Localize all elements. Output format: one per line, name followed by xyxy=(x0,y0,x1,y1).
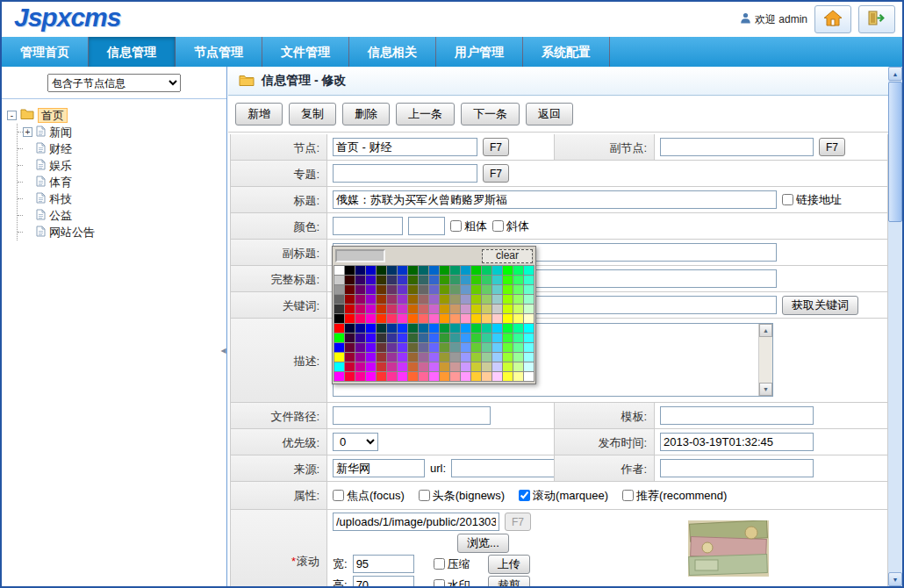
color-swatch[interactable] xyxy=(492,285,502,294)
color-swatch[interactable] xyxy=(419,295,428,304)
watermark-checkbox-label[interactable]: 水印 xyxy=(434,577,470,587)
color-swatch[interactable] xyxy=(387,353,397,362)
color-swatch[interactable] xyxy=(492,314,502,323)
color-swatch[interactable] xyxy=(355,333,365,342)
color-swatch[interactable] xyxy=(461,266,470,275)
color-swatch[interactable] xyxy=(524,295,534,304)
color-swatch[interactable] xyxy=(398,362,407,371)
color-swatch[interactable] xyxy=(377,333,386,342)
color-swatch[interactable] xyxy=(387,324,397,333)
color-swatch[interactable] xyxy=(387,295,397,304)
color-swatch[interactable] xyxy=(524,266,534,275)
color-swatch[interactable] xyxy=(419,305,428,313)
color-swatch[interactable] xyxy=(450,295,460,304)
color-swatch[interactable] xyxy=(503,372,513,381)
color-swatch[interactable] xyxy=(387,372,397,381)
color-swatch[interactable] xyxy=(377,305,386,313)
home-button[interactable] xyxy=(814,5,851,33)
height-input[interactable] xyxy=(353,576,414,586)
color-swatch[interactable] xyxy=(503,333,513,342)
color-swatch[interactable] xyxy=(345,362,355,371)
color-swatch[interactable] xyxy=(334,324,344,333)
color-swatch[interactable] xyxy=(355,295,365,304)
color-swatch[interactable] xyxy=(450,276,460,284)
color-swatch[interactable] xyxy=(419,353,428,362)
color-swatch[interactable] xyxy=(419,266,428,275)
color-swatch[interactable] xyxy=(334,353,344,362)
color-swatch[interactable] xyxy=(450,333,460,342)
logout-button[interactable] xyxy=(858,5,895,33)
color-swatch[interactable] xyxy=(366,295,376,304)
color-swatch[interactable] xyxy=(366,266,376,275)
crop-button[interactable]: 裁剪 xyxy=(488,576,530,587)
topic-input[interactable] xyxy=(333,164,477,183)
template-input[interactable] xyxy=(660,406,814,425)
color-swatch[interactable] xyxy=(429,333,439,342)
color-swatch[interactable] xyxy=(482,353,491,362)
color-swatch[interactable] xyxy=(387,285,397,294)
color-swatch[interactable] xyxy=(345,343,355,352)
color-swatch[interactable] xyxy=(355,343,365,352)
tree-node-label[interactable]: 首页 xyxy=(38,108,68,123)
color-swatch[interactable] xyxy=(524,305,534,313)
color-swatch[interactable] xyxy=(503,305,513,313)
color-swatch[interactable] xyxy=(408,324,418,333)
color-swatch[interactable] xyxy=(524,362,534,371)
color-swatch[interactable] xyxy=(334,372,344,381)
scrollbar-down-icon[interactable]: ▼ xyxy=(888,572,902,586)
color-swatch[interactable] xyxy=(398,305,407,313)
color-swatch[interactable] xyxy=(398,372,407,381)
color-swatch[interactable] xyxy=(377,324,386,333)
color-swatch[interactable] xyxy=(492,324,502,333)
color-swatch[interactable] xyxy=(513,333,523,342)
color-swatch[interactable] xyxy=(513,372,523,381)
color-swatch[interactable] xyxy=(503,276,513,284)
color-swatch[interactable] xyxy=(408,372,418,381)
color-swatch[interactable] xyxy=(524,314,534,323)
color-swatch[interactable] xyxy=(345,353,355,362)
recommend-checkbox-label[interactable]: 推荐(recommend) xyxy=(622,488,727,504)
color-swatch[interactable] xyxy=(524,333,534,342)
color-swatch[interactable] xyxy=(440,285,449,294)
color-swatch[interactable] xyxy=(334,343,344,352)
color-swatch[interactable] xyxy=(513,362,523,371)
add-button[interactable]: 新增 xyxy=(235,103,283,125)
tree-node-label[interactable]: 新闻 xyxy=(49,125,72,140)
color-swatch[interactable] xyxy=(419,362,428,371)
node-input[interactable] xyxy=(333,138,477,156)
color-swatch[interactable] xyxy=(429,285,439,294)
color-swatch[interactable] xyxy=(345,314,355,323)
author-input[interactable] xyxy=(660,459,814,477)
color-swatch[interactable] xyxy=(503,266,513,275)
color-swatch[interactable] xyxy=(513,343,523,352)
color-swatch[interactable] xyxy=(334,314,344,323)
get-keywords-button[interactable]: 获取关键词 xyxy=(782,296,858,315)
bignews-checkbox-label[interactable]: 头条(bignews) xyxy=(419,488,505,504)
color-swatch[interactable] xyxy=(492,305,502,313)
color-swatch[interactable] xyxy=(419,285,428,294)
tree-node-finance[interactable]: 财经 xyxy=(18,140,223,157)
color-swatch[interactable] xyxy=(471,266,481,275)
focus-checkbox[interactable] xyxy=(333,490,344,501)
color-swatch[interactable] xyxy=(398,276,407,284)
color-swatch[interactable] xyxy=(482,295,491,304)
color-swatch[interactable] xyxy=(419,333,428,342)
color-swatch[interactable] xyxy=(377,276,386,284)
color-swatch[interactable] xyxy=(471,314,481,323)
color-swatch[interactable] xyxy=(471,305,481,313)
color-swatch[interactable] xyxy=(408,295,418,304)
color-swatch[interactable] xyxy=(450,266,460,275)
color-swatch[interactable] xyxy=(513,314,523,323)
italic-checkbox-label[interactable]: 斜体 xyxy=(492,219,529,234)
color-swatch[interactable] xyxy=(419,276,428,284)
tree-node-site-notice[interactable]: 网站公告 xyxy=(18,224,223,240)
publish-time-input[interactable] xyxy=(660,433,814,451)
color-swatch[interactable] xyxy=(503,362,513,371)
color-swatch[interactable] xyxy=(492,353,502,362)
color-swatch[interactable] xyxy=(429,324,439,333)
color-swatch[interactable] xyxy=(450,314,460,323)
color-swatch[interactable] xyxy=(492,362,502,371)
description-scrollbar[interactable]: ▲ ▼ xyxy=(758,324,772,396)
color-swatch[interactable] xyxy=(355,266,365,275)
color-swatch[interactable] xyxy=(419,372,428,381)
